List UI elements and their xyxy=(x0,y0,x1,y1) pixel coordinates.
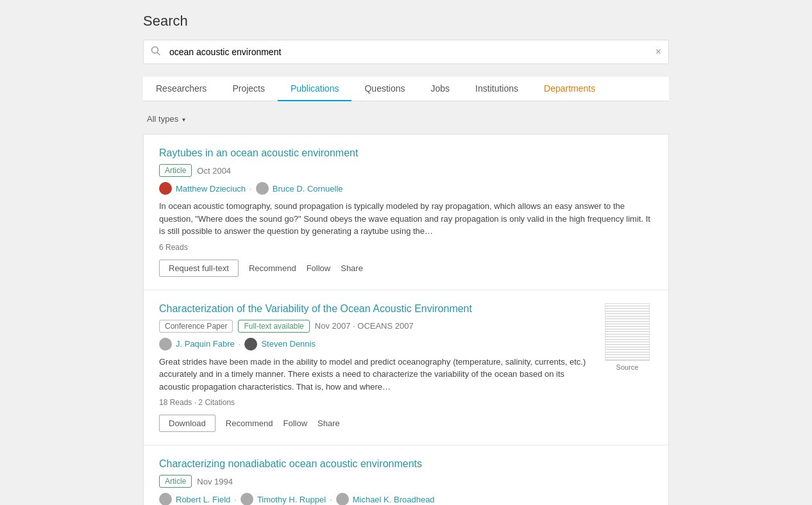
authors-row: Matthew Dzieciuch · Bruce D. Cornuelle xyxy=(159,182,653,195)
result-thumb: Source xyxy=(602,303,653,433)
tab-institutions[interactable]: Institutions xyxy=(462,77,531,101)
stats-row: 18 Reads · 2 Citations xyxy=(159,398,591,407)
page-title: Search xyxy=(143,13,669,29)
tab-projects[interactable]: Projects xyxy=(219,77,278,101)
recommend-button[interactable]: Recommend xyxy=(226,415,273,431)
avatar xyxy=(241,493,253,505)
download-button[interactable]: Download xyxy=(159,415,216,432)
thumb-image[interactable] xyxy=(605,303,650,361)
author-link[interactable]: Robert L. Field xyxy=(176,495,230,504)
actions-row: Download Recommend Follow Share xyxy=(159,415,591,432)
tab-jobs[interactable]: Jobs xyxy=(418,77,463,101)
all-types-filter[interactable]: All types ▾ xyxy=(143,112,189,126)
result-item: Raytubes in an ocean acoustic environmen… xyxy=(144,135,668,290)
filter-arrow-icon: ▾ xyxy=(182,116,185,123)
authors-row: Robert L. Field · Timothy H. Ruppel · Mi… xyxy=(159,493,653,505)
thumb-label: Source xyxy=(616,363,639,371)
avatar xyxy=(244,338,257,351)
recommend-button[interactable]: Recommend xyxy=(249,260,296,276)
nav-tabs: Researchers Projects Publications Questi… xyxy=(143,77,669,101)
author-link[interactable]: J. Paquin Fabre xyxy=(176,339,235,349)
authors-row: J. Paquin Fabre · Steven Dennis xyxy=(159,338,591,351)
request-fulltext-button[interactable]: Request full-text xyxy=(159,260,239,277)
result-date: Oct 2004 xyxy=(197,166,231,176)
search-input[interactable] xyxy=(143,40,669,64)
result-item: Characterizing nonadiabatic ocean acoust… xyxy=(144,445,668,505)
type-badge: Article xyxy=(159,475,192,488)
author-link[interactable]: Steven Dennis xyxy=(261,339,316,349)
author-link[interactable]: Matthew Dzieciuch xyxy=(176,184,246,194)
author-link[interactable]: Michael K. Broadhead xyxy=(353,495,435,504)
filter-row: All types ▾ xyxy=(143,112,669,126)
follow-button[interactable]: Follow xyxy=(283,415,308,431)
abstract-text: Great strides have been made in the abil… xyxy=(159,356,591,393)
search-icon xyxy=(151,46,161,58)
main-content: Search × Researchers Projects Publicatio… xyxy=(130,13,682,505)
badges-row: Article Oct 2004 xyxy=(159,164,653,177)
svg-line-1 xyxy=(158,53,160,55)
abstract-text: In ocean acoustic tomography, sound prop… xyxy=(159,200,653,238)
stats-row: 6 Reads xyxy=(159,243,653,252)
avatar xyxy=(256,182,269,195)
avatar xyxy=(159,338,172,351)
result-date: Nov 1994 xyxy=(197,477,233,486)
badges-row: Conference Paper Full-text available Nov… xyxy=(159,320,591,333)
follow-button[interactable]: Follow xyxy=(307,260,331,276)
result-date: Nov 2007 · OCEANS 2007 xyxy=(315,321,414,331)
avatar xyxy=(336,493,349,505)
tab-questions[interactable]: Questions xyxy=(351,77,418,101)
result-title[interactable]: Characterizing nonadiabatic ocean acoust… xyxy=(159,458,653,470)
badges-row: Article Nov 1994 xyxy=(159,475,653,488)
share-button[interactable]: Share xyxy=(317,415,340,431)
actions-row: Request full-text Recommend Follow Share xyxy=(159,260,653,277)
result-title[interactable]: Raytubes in an ocean acoustic environmen… xyxy=(159,147,653,159)
tab-publications[interactable]: Publications xyxy=(278,77,352,101)
page-wrapper: Search × Researchers Projects Publicatio… xyxy=(0,0,812,505)
results-container: Raytubes in an ocean acoustic environmen… xyxy=(143,134,669,505)
result-main: Characterization of the Variability of t… xyxy=(159,303,591,433)
type-badge: Article xyxy=(159,164,192,177)
tab-researchers[interactable]: Researchers xyxy=(143,77,219,101)
type-badge: Conference Paper xyxy=(159,320,233,333)
avatar xyxy=(159,182,172,195)
search-bar-wrapper: × xyxy=(143,40,669,64)
author-link[interactable]: Timothy H. Ruppel xyxy=(257,495,326,504)
author-link[interactable]: Bruce D. Cornuelle xyxy=(273,184,343,194)
avatar xyxy=(159,493,172,505)
share-button[interactable]: Share xyxy=(341,260,363,276)
fulltext-badge: Full-text available xyxy=(238,320,309,333)
tab-departments[interactable]: Departments xyxy=(531,77,608,101)
result-title[interactable]: Characterization of the Variability of t… xyxy=(159,303,591,315)
result-with-thumb: Characterization of the Variability of t… xyxy=(159,303,653,433)
search-clear-icon[interactable]: × xyxy=(656,46,661,58)
result-item: Characterization of the Variability of t… xyxy=(144,290,668,446)
